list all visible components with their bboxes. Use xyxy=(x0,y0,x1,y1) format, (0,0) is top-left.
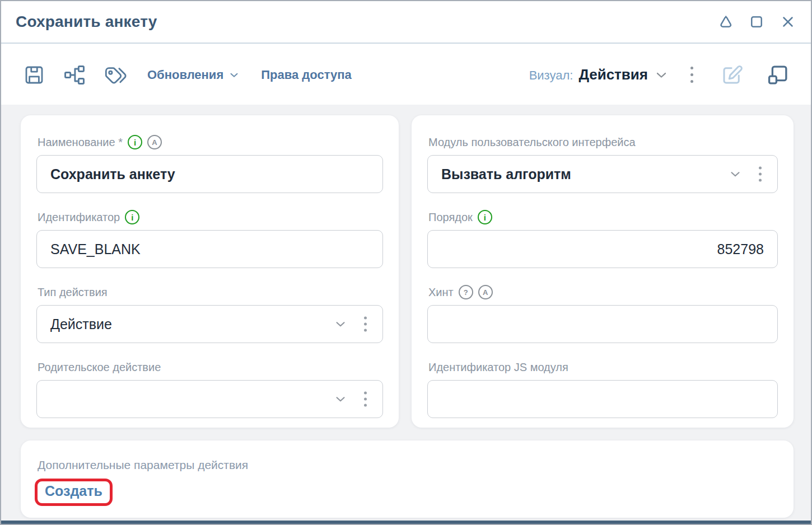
title-bar: Сохранить анкету xyxy=(1,1,811,44)
additional-params-label: Дополнительные параметры действия xyxy=(36,458,778,472)
window-bottom-border xyxy=(1,521,811,524)
window-title: Сохранить анкету xyxy=(16,13,157,31)
field-identifier: Идентификатор i SAVE_BLANK xyxy=(36,209,383,268)
window-controls xyxy=(717,13,796,30)
name-label: Наименование * xyxy=(38,136,123,149)
updates-menu[interactable]: Обновления xyxy=(147,68,240,82)
parent-action-label: Родительское действие xyxy=(38,361,161,374)
action-type-select[interactable]: Действие xyxy=(36,305,383,343)
identifier-input[interactable]: SAVE_BLANK xyxy=(36,230,383,268)
field-js-module: Идентификатор JS модуля xyxy=(427,359,778,418)
edit-icon[interactable] xyxy=(720,63,744,87)
order-label: Порядок xyxy=(428,211,473,224)
chevron-down-icon[interactable] xyxy=(333,392,348,406)
js-module-label: Идентификатор JS модуля xyxy=(428,361,568,374)
chevron-down-icon[interactable] xyxy=(728,167,743,181)
info-icon[interactable]: i xyxy=(125,210,139,224)
chevron-down-icon[interactable] xyxy=(333,317,348,331)
right-form-panel: Модуль пользовательского интерфейса Вызв… xyxy=(412,115,794,428)
chevron-down-icon xyxy=(228,69,240,81)
js-module-input[interactable] xyxy=(427,380,778,418)
field-hint: Хинт ? A xyxy=(427,284,778,343)
chevron-down-icon xyxy=(654,67,669,83)
additional-params-panel: Дополнительные параметры действия Создат… xyxy=(21,440,794,518)
detach-window-icon[interactable] xyxy=(766,63,790,87)
font-case-icon[interactable]: A xyxy=(478,285,493,299)
highlight-annotation: Создать xyxy=(35,479,113,506)
access-rights-button[interactable]: Права доступа xyxy=(261,68,352,82)
maximize-icon[interactable] xyxy=(748,13,765,30)
name-input[interactable]: Сохранить анкету xyxy=(36,155,383,193)
field-action-type: Тип действия Действие xyxy=(36,284,383,343)
field-parent-action: Родительское действие xyxy=(36,359,383,418)
visual-selector[interactable]: Визуал: Действия xyxy=(529,66,669,83)
identifier-label: Идентификатор xyxy=(38,211,120,224)
action-type-label: Тип действия xyxy=(38,286,108,299)
field-name: Наименование * i A Сохранить анкету xyxy=(36,134,383,193)
save-icon[interactable] xyxy=(22,63,46,87)
info-icon[interactable]: i xyxy=(128,135,142,149)
dialog-window: Сохранить анкету xyxy=(0,0,812,525)
tags-icon[interactable] xyxy=(103,63,128,87)
ui-module-select[interactable]: Вызвать алгоритм xyxy=(427,155,778,193)
font-case-icon[interactable]: A xyxy=(147,135,162,149)
field-ui-module: Модуль пользовательского интерфейса Вызв… xyxy=(427,134,778,193)
toolbar: Обновления Права доступа Визуал: Действи… xyxy=(1,45,811,105)
field-order: Порядок i 852798 xyxy=(427,209,778,268)
close-icon[interactable] xyxy=(780,13,796,30)
content-area: Наименование * i A Сохранить анкету Иден… xyxy=(1,105,811,524)
create-button[interactable]: Создать xyxy=(45,483,102,499)
kebab-menu-icon[interactable] xyxy=(686,64,698,85)
field-options-icon[interactable] xyxy=(759,167,762,182)
hint-input[interactable] xyxy=(427,305,778,343)
hierarchy-icon[interactable] xyxy=(62,63,87,87)
visual-value: Действия xyxy=(578,66,648,83)
visual-label: Визуал: xyxy=(529,68,573,83)
parent-action-select[interactable] xyxy=(36,380,383,418)
left-form-panel: Наименование * i A Сохранить анкету Иден… xyxy=(21,115,399,428)
hint-label: Хинт xyxy=(428,286,454,299)
field-options-icon[interactable] xyxy=(364,392,367,407)
info-icon[interactable]: i xyxy=(478,210,492,224)
collapse-icon[interactable] xyxy=(717,13,734,30)
order-input[interactable]: 852798 xyxy=(427,230,778,268)
field-options-icon[interactable] xyxy=(364,317,367,332)
question-icon[interactable]: ? xyxy=(459,285,473,299)
ui-module-label: Модуль пользовательского интерфейса xyxy=(428,136,636,149)
